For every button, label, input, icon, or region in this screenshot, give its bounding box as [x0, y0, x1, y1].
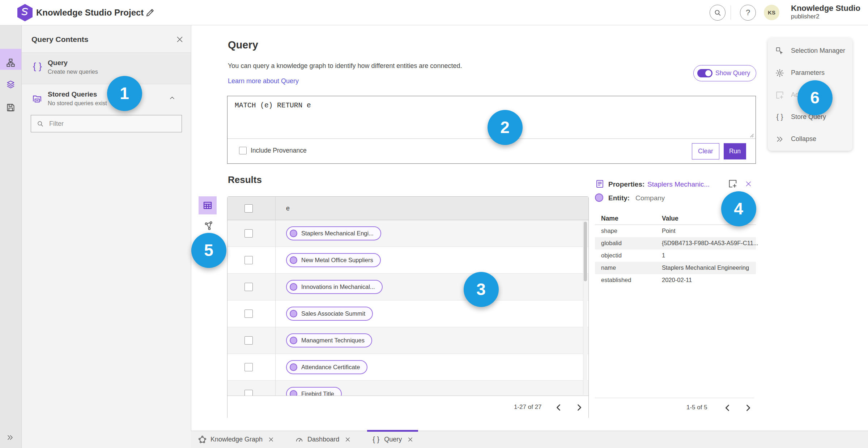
tab-knowledge-graph[interactable]: Knowledge Graph [196, 431, 276, 448]
entity-chip-attendance-certificate[interactable]: Attendance Certificate [286, 360, 367, 374]
show-query-label: Show Query [715, 69, 750, 77]
topbar-divider [731, 5, 731, 20]
braces-icon: { } [371, 435, 380, 444]
chevron-up-icon[interactable] [168, 94, 176, 102]
select-all-checkbox[interactable] [244, 204, 253, 213]
results-table-header [227, 197, 588, 220]
props-footer-divider [595, 398, 754, 398]
property-row-name: nameStaplers Mechanical Engineering [595, 262, 756, 274]
property-value: Point [662, 227, 676, 234]
column-divider [275, 247, 276, 274]
entity-chip-managment-techniques[interactable]: Managment Techniques [286, 333, 372, 347]
entity-dot-icon [290, 337, 297, 344]
show-query-toggle[interactable]: Show Query [693, 65, 756, 81]
row-checkbox[interactable] [244, 229, 253, 238]
property-name: name [601, 264, 616, 271]
row-checkbox[interactable] [244, 310, 253, 318]
props-col-name: Name [601, 215, 618, 222]
user-block[interactable]: Knowledge Studio publisher2 [791, 4, 860, 20]
tab-dashboard[interactable]: Dashboard [293, 431, 353, 448]
entity-chip-label: Managment Techniques [301, 337, 365, 344]
props-page-next-icon[interactable] [742, 402, 754, 414]
query-item-subtitle: Create new queries [48, 69, 98, 75]
entity-chip-label: Staplers Mechanical Engi... [301, 230, 374, 237]
clear-button[interactable]: Clear [692, 143, 719, 159]
knowledge-studio-app: Knowledge Studio Project ? KS Knowledge … [0, 0, 868, 448]
sidebar-item-stored-queries[interactable]: Stored Queries No stored queries exist [22, 86, 191, 115]
editor-footer: Include Provenance Clear Run [227, 139, 756, 164]
page-previous-icon[interactable] [553, 402, 565, 413]
tab-close-icon[interactable] [268, 436, 275, 443]
table-row: New Metal Office Suppliers [227, 247, 588, 274]
run-button[interactable]: Run [724, 143, 746, 159]
filter-input[interactable] [48, 120, 169, 128]
column-divider [275, 300, 276, 327]
sidebar-item-query[interactable]: { } Query Create new queries [22, 53, 191, 84]
link-chart-view-icon[interactable] [203, 221, 214, 231]
save-icon[interactable] [6, 103, 16, 112]
help-button[interactable]: ? [740, 5, 756, 21]
edit-title-pencil-icon[interactable] [145, 7, 156, 18]
results-table-body: Staplers Mechanical Engi...New Metal Off… [227, 220, 588, 396]
panel-title: Query Contents [31, 35, 89, 44]
tab-close-icon[interactable] [344, 436, 351, 443]
panel-close-icon[interactable] [175, 35, 184, 44]
row-checkbox[interactable] [244, 390, 253, 396]
tool-item-label: Collapse [791, 135, 816, 143]
table-icon [202, 200, 213, 211]
stored-queries-filter[interactable] [31, 115, 182, 132]
results-table-footer: 1-27 of 27 [227, 396, 588, 419]
search-icon [713, 8, 722, 17]
properties-entity-link[interactable]: Staplers Mechanic... [647, 180, 710, 188]
search-icon [36, 120, 44, 128]
row-checkbox[interactable] [244, 336, 253, 345]
row-checkbox[interactable] [244, 283, 253, 291]
entity-chip-innovations-in-mechanical[interactable]: Innovations in Mechanical... [286, 280, 383, 294]
entity-chip-label: Firebird Title [301, 391, 334, 396]
gear-icon [775, 68, 784, 78]
search-button[interactable] [710, 5, 726, 21]
row-checkbox[interactable] [244, 363, 253, 371]
tool-item-label: Selection Manager [791, 47, 845, 55]
expand-rail-double-chevron-icon[interactable] [6, 433, 14, 442]
results-scrollbar [583, 221, 587, 395]
results-title: Results [228, 174, 262, 185]
include-provenance-checkbox[interactable] [239, 147, 247, 154]
tool-item-collapse[interactable]: Collapse [768, 128, 852, 150]
top-bar: Knowledge Studio Project ? KS Knowledge … [0, 0, 868, 25]
properties-table-body: shapePointglobalid{5D9B4713-F98D-4A53-A5… [595, 225, 756, 286]
add-to-new-icon[interactable] [728, 179, 738, 189]
property-value: Staplers Mechanical Engineering [662, 264, 749, 271]
toggle-knob [705, 70, 711, 76]
properties-close-icon[interactable] [744, 180, 753, 188]
query-item-title: Query [48, 59, 68, 67]
row-checkbox[interactable] [244, 256, 253, 264]
entity-chip-firebird-title[interactable]: Firebird Title [286, 387, 342, 396]
stored-queries-subtitle: No stored queries exist [48, 100, 107, 107]
tab-label: Query [384, 436, 402, 443]
tab-query[interactable]: { }Query [370, 431, 415, 448]
panel-divider [22, 84, 191, 84]
add-new-icon [775, 90, 784, 100]
tab-close-icon[interactable] [407, 436, 414, 443]
props-page-previous-icon[interactable] [722, 402, 733, 414]
data-model-icon[interactable] [6, 58, 16, 68]
query-description: You can query a knowledge graph to ident… [228, 62, 462, 70]
page-next-icon[interactable] [573, 402, 585, 413]
property-row-objectid: objectid1 [595, 249, 756, 262]
learn-more-link[interactable]: Learn more about Query [228, 77, 299, 85]
app-logo-icon[interactable] [16, 3, 34, 22]
avatar[interactable]: KS [764, 5, 779, 20]
project-title: Knowledge Studio Project [36, 0, 144, 25]
resize-handle[interactable] [749, 132, 754, 137]
scrollbar-thumb[interactable] [584, 222, 587, 281]
table-view-button[interactable] [199, 196, 217, 214]
user-role: publisher2 [791, 13, 860, 20]
entity-chip-staplers-mechanical-engi[interactable]: Staplers Mechanical Engi... [286, 226, 381, 240]
entity-dot-icon [290, 363, 297, 371]
entity-chip-sales-associate-summit[interactable]: Sales Associate Summit [286, 307, 373, 321]
layers-icon[interactable] [6, 80, 16, 89]
props-pagination-label: 1-5 of 5 [686, 404, 707, 411]
tool-item-selection-manager[interactable]: Selection Manager [768, 40, 852, 62]
entity-chip-new-metal-office-suppliers[interactable]: New Metal Office Suppliers [286, 253, 381, 267]
